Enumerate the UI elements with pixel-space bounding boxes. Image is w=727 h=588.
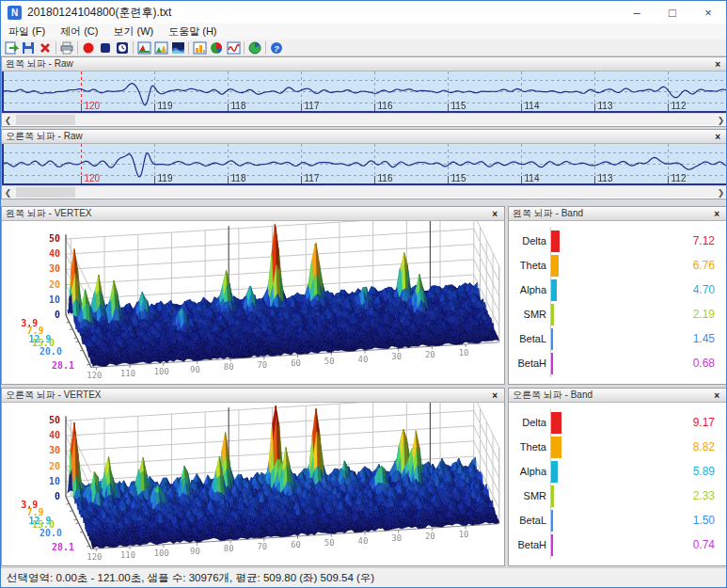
status-bar: 선택영역: 0.00초 - 121.00초, 샘플 수: 30976개, 평균:… xyxy=(1,567,726,587)
band-bar xyxy=(551,279,557,301)
help-icon[interactable]: ? xyxy=(268,40,285,56)
band-value: 1.50 xyxy=(693,514,715,527)
panel-close-icon[interactable]: × xyxy=(712,131,723,143)
panel-title: 왼쪽 뇌파 - Band xyxy=(513,207,711,220)
panel-vertex-left: 왼쪽 뇌파 - VERTEX × xyxy=(1,206,505,385)
panel-title: 왼쪽 뇌파 - VERTEX xyxy=(6,207,489,220)
panel-band-left: 왼쪽 뇌파 - Band × Delta 7.12 Theta 6.76 Alp… xyxy=(508,206,727,385)
band-value: 1.45 xyxy=(693,332,715,345)
panel-close-icon[interactable]: × xyxy=(489,208,500,220)
panel-close-icon[interactable]: × xyxy=(489,389,500,402)
raw-chart-icon[interactable] xyxy=(135,40,152,56)
raw-right-plot[interactable] xyxy=(4,144,727,183)
close-button[interactable]: × xyxy=(690,1,726,24)
toolbar: ? xyxy=(1,40,726,56)
band-bar xyxy=(551,461,558,483)
band-right-chart: Delta 9.17 Theta 8.82 Alpha 5.89 SMR 2.3… xyxy=(509,403,726,564)
panel-raw-right-header[interactable]: 오른쪽 뇌파 - Raw × xyxy=(2,130,727,144)
window-title: 20180124104800(훈련후).txt xyxy=(27,5,619,21)
band-bar xyxy=(551,510,553,532)
band-bar xyxy=(551,230,560,252)
pie-chart-icon[interactable] xyxy=(208,40,225,56)
toolbar-separator xyxy=(55,41,56,55)
print-icon[interactable] xyxy=(58,40,75,56)
scroll-right-icon[interactable]: ❯ xyxy=(715,114,727,126)
band-bar xyxy=(551,412,561,434)
line-chart-icon[interactable] xyxy=(225,40,242,56)
raw-left-plot[interactable] xyxy=(4,72,727,111)
panel-close-icon[interactable]: × xyxy=(711,389,722,402)
bar-chart-icon[interactable] xyxy=(191,40,208,56)
delete-icon[interactable] xyxy=(37,40,54,56)
menu-bar: 파일 (F) 제어 (C) 보기 (W) 도움말 (H) xyxy=(1,24,726,40)
menu-control[interactable]: 제어 (C) xyxy=(53,24,105,40)
band-row-alpha: Alpha 4.70 xyxy=(509,278,726,302)
panel-close-icon[interactable]: × xyxy=(711,208,722,220)
scroll-right-icon[interactable]: ❯ xyxy=(715,186,727,199)
scroll-left-icon[interactable]: ❮ xyxy=(2,186,14,199)
vertex-right-plot[interactable] xyxy=(2,403,504,564)
svg-text:?: ? xyxy=(274,43,279,53)
menu-help[interactable]: 도움말 (H) xyxy=(161,24,224,40)
menu-view[interactable]: 보기 (W) xyxy=(105,24,161,40)
scroll-left-icon[interactable]: ❮ xyxy=(2,114,14,126)
band-value: 7.12 xyxy=(693,234,715,247)
band-label: SMR xyxy=(509,309,546,320)
band-label: Delta xyxy=(509,417,546,428)
band-value: 4.70 xyxy=(693,283,715,296)
save-icon[interactable] xyxy=(20,40,37,56)
panel-raw-left-header[interactable]: 왼쪽 뇌파 - Raw × xyxy=(2,57,727,72)
band-value: 0.74 xyxy=(693,538,715,551)
raw-left-scrollbar[interactable]: ❮ ❯ xyxy=(2,113,727,125)
band-row-delta: Delta 9.17 xyxy=(509,410,726,435)
band-bar xyxy=(551,255,559,277)
panel-title: 오른쪽 뇌파 - VERTEX xyxy=(6,389,489,402)
band-label: BetaH xyxy=(509,358,546,369)
band-value: 5.89 xyxy=(693,465,715,478)
raw-right-scrollbar[interactable]: ❮ ❯ xyxy=(2,185,727,198)
vertex-chart-icon[interactable] xyxy=(169,40,186,56)
band-row-betah: BetaH 0.74 xyxy=(509,532,726,557)
band-left-chart: Delta 7.12 Theta 6.76 Alpha 4.70 SMR 2.1… xyxy=(509,221,726,383)
band-label: BetaL xyxy=(509,515,546,526)
panel-close-icon[interactable]: × xyxy=(712,58,723,71)
panel-band-left-header[interactable]: 왼쪽 뇌파 - Band × xyxy=(509,207,726,221)
record-icon[interactable] xyxy=(80,40,97,56)
toolbar-separator xyxy=(265,41,266,55)
panel-title: 오른쪽 뇌파 - Raw xyxy=(6,130,712,143)
band-row-smr: SMR 2.33 xyxy=(509,484,726,508)
circle-chart-icon[interactable] xyxy=(246,40,263,56)
band-row-betal: BetaL 1.45 xyxy=(509,326,726,351)
band-bar xyxy=(551,534,553,556)
menu-file[interactable]: 파일 (F) xyxy=(1,24,53,40)
scrollbar-thumb[interactable] xyxy=(16,115,75,125)
panel-vertex-right: 오른쪽 뇌파 - VERTEX × xyxy=(1,388,505,566)
stop-icon[interactable] xyxy=(97,40,114,56)
band-value: 6.76 xyxy=(693,259,715,272)
band-row-smr: SMR 2.19 xyxy=(509,302,726,326)
title-bar[interactable]: N 20180124104800(훈련후).txt – □ × xyxy=(1,1,726,24)
band-label: BetaL xyxy=(509,333,546,344)
toolbar-separator xyxy=(188,41,189,55)
band-bar xyxy=(551,485,554,507)
band-label: Theta xyxy=(509,260,546,271)
band-label: Theta xyxy=(509,441,546,453)
timer-icon[interactable] xyxy=(114,40,131,56)
open-file-icon[interactable] xyxy=(3,40,20,56)
band-row-betah: BetaH 0.68 xyxy=(509,351,726,375)
band-row-theta: Theta 6.76 xyxy=(509,253,726,278)
panel-vertex-right-header[interactable]: 오른쪽 뇌파 - VERTEX × xyxy=(2,389,504,403)
band-value: 8.82 xyxy=(693,440,715,453)
band-row-betal: BetaL 1.50 xyxy=(509,508,726,532)
maximize-button[interactable]: □ xyxy=(655,1,690,24)
band-label: BetaH xyxy=(509,539,546,550)
minimize-button[interactable]: – xyxy=(619,1,655,24)
band-bar xyxy=(551,328,553,350)
panel-band-right-header[interactable]: 오른쪽 뇌파 - Band × xyxy=(509,389,726,403)
panel-vertex-left-header[interactable]: 왼쪽 뇌파 - VERTEX × xyxy=(2,207,504,221)
spectrum-chart-icon[interactable] xyxy=(152,40,169,56)
band-row-delta: Delta 7.12 xyxy=(509,229,726,253)
toolbar-separator xyxy=(244,41,245,55)
scrollbar-thumb[interactable] xyxy=(16,187,75,198)
vertex-left-plot[interactable] xyxy=(2,221,504,383)
